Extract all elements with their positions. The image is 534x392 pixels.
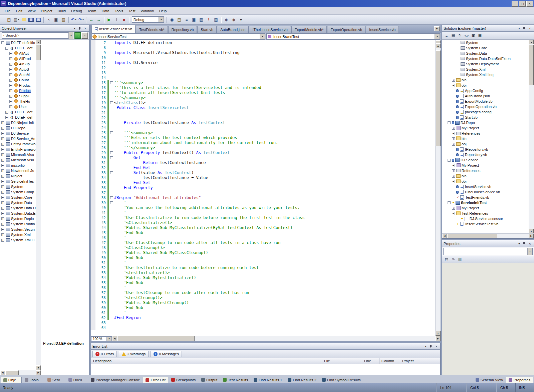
expander-icon[interactable]: + xyxy=(452,127,455,130)
split-handle[interactable] xyxy=(436,40,441,43)
code-line[interactable]: 48 '<ClassCleanup()> _ xyxy=(91,245,435,250)
code-line[interactable]: 13 xyxy=(91,70,435,75)
object-browser-item[interactable]: +AllSup xyxy=(0,61,36,67)
pin-icon[interactable] xyxy=(522,241,527,246)
properties-object-select[interactable]: ▾ xyxy=(443,248,533,255)
extension-button-2[interactable]: ◆ xyxy=(230,16,237,23)
tool-tab-find-results-2[interactable]: Find Results 2 xyxy=(285,377,319,383)
object-browser-item[interactable]: +System.Comp xyxy=(0,189,36,195)
indicator-margin[interactable] xyxy=(91,265,95,270)
tool-tab-test-results[interactable]: Test Results xyxy=(220,377,251,383)
outlining-margin[interactable] xyxy=(109,230,114,235)
code-line[interactable]: 18'''</summary> xyxy=(91,95,435,100)
expander-icon[interactable]: + xyxy=(452,137,455,140)
close-icon[interactable] xyxy=(434,344,439,349)
solution-explorer-item[interactable]: Start.vb xyxy=(442,115,529,120)
properties-window-button[interactable]: ≡ xyxy=(183,16,190,23)
code-line[interactable]: 7Imports DJ.EF_definition xyxy=(91,40,435,45)
zoom-select[interactable]: 100 % ▾ xyxy=(91,336,112,341)
tool-tab-properties[interactable]: Properties xyxy=(506,377,533,383)
view-code-button[interactable]: <> xyxy=(463,32,470,39)
outlining-margin[interactable] xyxy=(109,305,114,310)
outlining-margin[interactable]: − xyxy=(109,130,114,135)
object-browser-item[interactable]: +System.Deplo xyxy=(0,216,36,221)
add-item-button[interactable]: ▥▾ xyxy=(13,16,20,23)
code-line[interactable]: 15−'''<summary> xyxy=(91,80,435,85)
solution-explorer-item[interactable]: System.Core xyxy=(442,45,529,51)
solution-explorer-item[interactable]: IRepository.vb xyxy=(442,147,529,152)
indicator-margin[interactable] xyxy=(91,145,95,150)
outlining-margin[interactable] xyxy=(109,90,114,95)
indicator-margin[interactable] xyxy=(91,120,95,125)
code-line[interactable]: 28 '''</summary> xyxy=(91,145,435,150)
code-line[interactable]: 27 '''information about and functionalit… xyxy=(91,140,435,145)
indicator-margin[interactable] xyxy=(91,85,95,90)
indicator-margin[interactable] xyxy=(91,325,95,330)
expander-icon[interactable]: + xyxy=(1,228,4,231)
redo-button[interactable]: ↷▾ xyxy=(77,16,85,23)
collapse-icon[interactable]: − xyxy=(110,81,113,84)
expander-icon[interactable]: + xyxy=(1,153,4,156)
solution-explorer-item[interactable]: +bin xyxy=(442,173,529,179)
save-button[interactable]: ▦ xyxy=(27,16,35,23)
property-pages-button[interactable]: ▥ xyxy=(457,256,463,263)
expander-icon[interactable]: + xyxy=(5,116,8,119)
indicator-margin[interactable] xyxy=(91,230,95,235)
code-line[interactable]: 10 xyxy=(91,55,435,60)
indicator-margin[interactable] xyxy=(91,280,95,285)
indicator-margin[interactable] xyxy=(91,240,95,245)
object-browser-item[interactable]: +System.Runtin xyxy=(0,221,36,227)
indicator-margin[interactable] xyxy=(91,195,95,200)
outlining-margin[interactable] xyxy=(109,60,114,65)
minimize-button[interactable]: – xyxy=(512,1,518,7)
indicator-margin[interactable] xyxy=(91,45,95,50)
indicator-margin[interactable] xyxy=(91,300,95,305)
close-icon[interactable] xyxy=(83,26,88,31)
solution-explorer-item[interactable]: +bin xyxy=(442,136,529,141)
solution-explorer-item[interactable]: −+ServiceInitTest xyxy=(442,200,529,205)
column-header-file[interactable]: File xyxy=(322,358,362,364)
menu-data[interactable]: Data xyxy=(99,8,112,14)
solution-explorer-item[interactable]: ExportOperation.vb xyxy=(442,104,529,109)
tool-tab-serv[interactable]: Serv... xyxy=(45,377,65,383)
navigate-forward-button[interactable]: → xyxy=(95,16,102,23)
copy-button[interactable]: ▣ xyxy=(52,16,60,23)
outlining-margin[interactable] xyxy=(109,45,114,50)
close-button[interactable]: × xyxy=(526,1,533,7)
open-file-button[interactable] xyxy=(20,16,27,23)
object-browser-item[interactable]: +User xyxy=(0,104,36,109)
solution-explorer-item[interactable]: AutoBrand.json xyxy=(442,93,529,99)
expander-icon[interactable]: + xyxy=(452,143,455,146)
toolbar-grip[interactable] xyxy=(3,17,4,23)
solution-explorer-item[interactable]: +References xyxy=(442,131,529,136)
solution-explorer-horizontal-scrollbar[interactable]: ◀ ▶ xyxy=(442,233,534,238)
solution-explorer-item[interactable]: System.Data xyxy=(442,51,529,56)
indicator-margin[interactable] xyxy=(91,315,95,320)
expander-icon[interactable]: + xyxy=(1,180,4,183)
outlining-margin[interactable] xyxy=(109,120,114,125)
outlining-margin[interactable] xyxy=(109,140,114,145)
code-line[interactable]: 41 ' xyxy=(91,210,435,215)
code-line[interactable]: 55 'End Sub xyxy=(91,280,435,285)
expander-icon[interactable]: + xyxy=(1,185,4,188)
indicator-margin[interactable] xyxy=(91,55,95,60)
menu-team[interactable]: Team xyxy=(85,8,99,14)
solution-explorer-item[interactable]: +obj xyxy=(442,141,529,147)
tool-tab-find-symbol-results[interactable]: Find Symbol Results xyxy=(319,377,363,383)
expander-icon[interactable]: + xyxy=(1,164,4,167)
save-all-button[interactable]: ▩ xyxy=(35,16,42,23)
object-browser-item[interactable]: +EntityFramewo xyxy=(0,147,36,152)
indicator-margin[interactable] xyxy=(91,165,95,170)
outlining-margin[interactable] xyxy=(109,160,114,165)
window-position-icon[interactable] xyxy=(517,241,522,246)
code-line[interactable]: 46 ' xyxy=(91,235,435,240)
object-browser-item[interactable]: +System.Data.E xyxy=(0,211,36,216)
collapse-icon[interactable]: − xyxy=(110,151,113,154)
indicator-margin[interactable] xyxy=(91,40,95,45)
expander-icon[interactable]: + xyxy=(452,175,455,178)
outlining-margin[interactable] xyxy=(109,255,114,260)
code-line[interactable]: 39− ' xyxy=(91,200,435,205)
indicator-margin[interactable] xyxy=(91,60,95,65)
code-line[interactable]: 21 xyxy=(91,110,435,115)
expander-icon[interactable]: + xyxy=(1,239,4,242)
